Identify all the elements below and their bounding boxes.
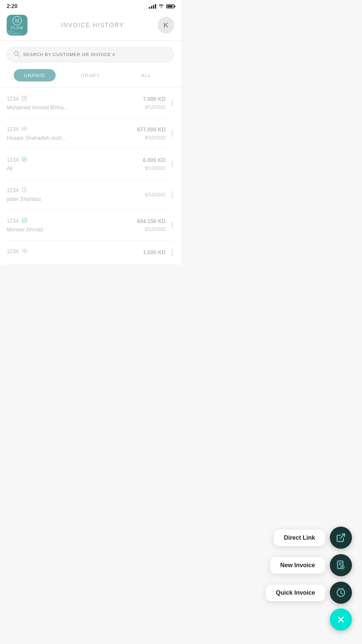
invoice-right: 7.000 KD 9/12/2022 xyxy=(143,96,174,110)
invoice-item: 1234 Hosam Shehadeh moh... 677.000 KD 9/… xyxy=(7,118,174,149)
tab-draft[interactable]: DRAFT xyxy=(71,69,110,82)
invoice-right: 9/12/2022 xyxy=(145,190,174,199)
invoice-status-icon xyxy=(21,126,27,133)
dot xyxy=(172,130,173,132)
invoice-item: 1234 Ali 6.000 KD 9/12/2022 xyxy=(7,149,174,179)
invoice-more-btn[interactable] xyxy=(170,129,174,138)
dot xyxy=(172,100,173,101)
invoice-num-row: 1234 xyxy=(7,248,27,255)
invoice-amount: 677.000 KD xyxy=(137,127,166,133)
wifi-icon xyxy=(158,4,164,9)
search-bar[interactable] xyxy=(7,47,174,62)
svg-point-1 xyxy=(15,19,16,20)
invoice-info: 1234 Hosam Shehadeh moh... xyxy=(7,126,66,141)
invoice-name: jaber Shahbaz xyxy=(7,196,41,202)
invoice-status-icon xyxy=(21,95,27,103)
search-input[interactable] xyxy=(23,52,168,57)
invoice-date: 9/12/2022 xyxy=(145,104,166,110)
svg-point-4 xyxy=(18,21,19,22)
invoice-number: 1234 xyxy=(7,249,19,255)
invoice-amount-col: 7.000 KD 9/12/2022 xyxy=(143,96,166,110)
invoice-info: 1234 Ali xyxy=(7,156,27,172)
header: FLOW INVOICE MANAGEMENT INVOICE HISTORY … xyxy=(0,11,181,41)
invoice-status-icon xyxy=(21,187,27,194)
search-icon xyxy=(13,50,20,59)
invoice-status-icon xyxy=(21,248,27,255)
invoice-right: 1.500 KD xyxy=(143,248,174,257)
invoice-status-icon xyxy=(21,217,27,225)
invoice-info: 1234 Moneer Ahmad xyxy=(7,217,43,233)
invoice-amount: 6.000 KD xyxy=(143,157,166,163)
dot xyxy=(172,102,173,104)
invoice-status-icon xyxy=(21,156,27,164)
dot xyxy=(172,250,173,251)
dot xyxy=(172,224,173,226)
tab-all-wrapper: ALL xyxy=(118,69,174,82)
logo: FLOW INVOICE MANAGEMENT xyxy=(7,15,27,36)
svg-point-2 xyxy=(18,19,19,20)
invoice-number: 1234 xyxy=(7,218,19,224)
invoice-num-row: 1234 xyxy=(7,156,27,164)
invoice-item: 1234 jaber Shahbaz 9/12/2022 xyxy=(7,179,174,210)
dot xyxy=(172,227,173,228)
invoice-list: 1234 Mohamed Ahmad Moha... 7.000 KD 9/12… xyxy=(0,88,181,265)
invoice-number: 1234 xyxy=(7,96,19,102)
invoice-date: 9/12/2022 xyxy=(145,226,166,232)
invoice-amount-col: 9/12/2022 xyxy=(145,192,166,197)
avatar-button[interactable]: K xyxy=(158,17,174,34)
invoice-name: Ali xyxy=(7,166,27,172)
dot xyxy=(172,166,173,167)
dot xyxy=(172,105,173,106)
status-icons xyxy=(149,4,174,9)
tab-unpaid-wrapper: UNPAID xyxy=(7,69,63,82)
invoice-more-btn[interactable] xyxy=(170,190,174,199)
invoice-item: 1234 Moneer Ahmad 604.150 KD 9/12/2022 xyxy=(7,210,174,240)
logo-text: FLOW xyxy=(11,26,23,30)
tab-draft-wrapper: DRAFT xyxy=(63,69,119,82)
svg-point-3 xyxy=(15,21,16,22)
invoice-more-btn[interactable] xyxy=(170,99,174,107)
dot xyxy=(172,135,173,137)
svg-point-14 xyxy=(22,218,27,223)
invoice-more-btn[interactable] xyxy=(170,221,174,229)
invoice-item: 1234 Mohamed Ahmad Moha... 7.000 KD 9/12… xyxy=(7,88,174,118)
svg-point-12 xyxy=(22,157,27,162)
invoice-date: 9/12/2022 xyxy=(145,135,166,140)
invoice-amount-col: 604.150 KD 9/12/2022 xyxy=(137,218,166,232)
dot xyxy=(172,161,173,162)
tab-all[interactable]: ALL xyxy=(131,69,162,82)
battery-icon xyxy=(166,4,174,8)
invoice-name: Hosam Shehadeh moh... xyxy=(7,135,66,141)
search-container xyxy=(0,41,181,66)
invoice-amount-col: 677.000 KD 9/12/2022 xyxy=(137,127,166,140)
status-time: 2:20 xyxy=(7,3,17,9)
invoice-more-btn[interactable] xyxy=(170,248,174,257)
invoice-info: 1234 xyxy=(7,248,27,257)
signal-icon xyxy=(149,4,156,9)
invoice-number: 1234 xyxy=(7,126,19,132)
dot xyxy=(172,196,173,198)
page-title: INVOICE HISTORY xyxy=(61,22,124,29)
invoice-amount: 604.150 KD xyxy=(137,218,166,224)
svg-point-11 xyxy=(23,128,25,130)
tab-unpaid[interactable]: UNPAID xyxy=(14,69,56,82)
dot xyxy=(172,194,173,195)
invoice-info: 1234 jaber Shahbaz xyxy=(7,187,41,202)
status-bar: 2:20 xyxy=(0,0,181,11)
invoice-right: 677.000 KD 9/12/2022 xyxy=(137,127,174,140)
dot xyxy=(172,192,173,193)
invoice-number: 1234 xyxy=(7,187,19,194)
invoice-num-row: 1234 xyxy=(7,217,43,225)
invoice-date: 9/12/2022 xyxy=(145,192,166,197)
invoice-right: 6.000 KD 9/12/2022 xyxy=(143,157,174,171)
invoice-num-row: 1234 xyxy=(7,95,68,103)
dot xyxy=(172,163,173,165)
invoice-item: 1234 1.500 KD xyxy=(7,240,174,265)
dot xyxy=(172,222,173,223)
logo-sub: INVOICE MANAGEMENT xyxy=(7,31,27,35)
invoice-amount-col: 6.000 KD 9/12/2022 xyxy=(143,157,166,171)
invoice-more-btn[interactable] xyxy=(170,160,174,168)
dot xyxy=(172,254,173,256)
invoice-amount-col: 1.500 KD xyxy=(143,250,166,256)
filter-tabs: UNPAID DRAFT ALL xyxy=(0,66,181,88)
